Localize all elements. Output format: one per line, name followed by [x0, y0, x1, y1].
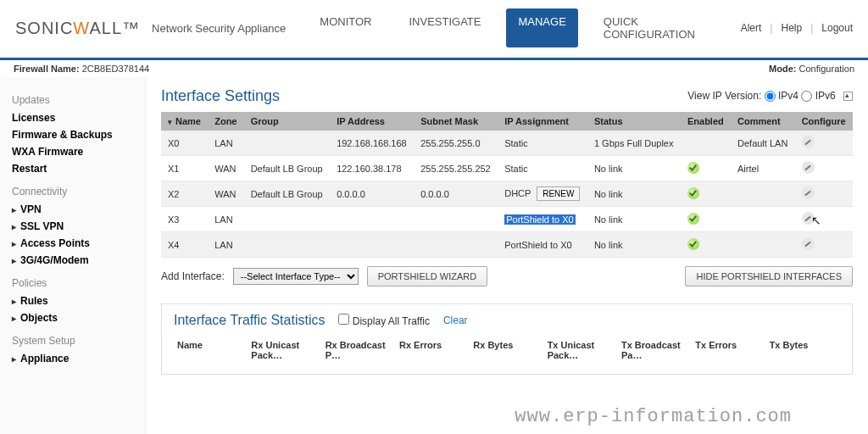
- cell-mask: 255.255.255.252: [414, 156, 498, 181]
- cell-ip: [330, 232, 414, 258]
- col-configure[interactable]: Configure: [795, 112, 853, 131]
- edit-icon[interactable]: [802, 237, 815, 250]
- ipver-ipv4[interactable]: IPv4: [765, 90, 798, 102]
- hide-portshield-button[interactable]: HIDE PORTSHIELD INTERFACES: [685, 266, 853, 287]
- cell-status: 1 Gbps Full Duplex: [587, 131, 681, 156]
- col-name[interactable]: Name: [161, 112, 208, 131]
- sidebar-item-3g-4g-modem[interactable]: 3G/4G/Modem: [12, 252, 145, 269]
- cell-configure[interactable]: [795, 131, 853, 156]
- check-icon: [687, 213, 699, 225]
- portshield-wizard-button[interactable]: PORTSHIELD WIZARD: [367, 266, 488, 287]
- cell-group: [244, 207, 330, 232]
- nav-tab-quick-configuration[interactable]: QUICK CONFIGURATION: [592, 8, 741, 47]
- sidebar: UpdatesLicensesFirmware & BackupsWXA Fir…: [0, 77, 146, 434]
- cell-enabled: [681, 181, 731, 207]
- display-all-checkbox[interactable]: [338, 314, 349, 325]
- sidebar-group-system-setup: System Setup: [12, 335, 145, 347]
- sidebar-item-firmware-backups[interactable]: Firmware & Backups: [12, 126, 145, 143]
- cell-name: X3: [161, 207, 208, 232]
- main-content: Interface Settings View IP Version: IPv4…: [146, 77, 868, 434]
- sidebar-item-objects[interactable]: Objects: [12, 309, 145, 326]
- renew-button[interactable]: RENEW: [537, 186, 580, 201]
- cell-configure[interactable]: [795, 181, 853, 207]
- add-interface-select[interactable]: --Select Interface Type--: [233, 268, 359, 285]
- stats-col-rx-broadcast-p-: Rx Broadcast P…: [322, 335, 396, 365]
- table-row: X3LANPortShield to X0No link↖: [161, 207, 853, 232]
- table-row: X0LAN192.168.168.168255.255.255.0Static1…: [161, 131, 853, 156]
- clear-link[interactable]: Clear: [443, 314, 468, 326]
- cell-name: X0: [161, 131, 208, 156]
- stats-title: Interface Traffic Statistics: [174, 313, 325, 328]
- nav-tab-investigate[interactable]: INVESTIGATE: [397, 8, 492, 47]
- ipv4-radio[interactable]: [765, 91, 776, 102]
- stats-col-tx-broadcast-pa-: Tx Broadcast Pa…: [618, 335, 692, 365]
- table-row: X1WANDefault LB Group122.160.38.178255.2…: [161, 156, 853, 181]
- cell-assign: PortShield to X0: [498, 207, 587, 232]
- cell-zone: WAN: [208, 181, 243, 207]
- cell-name: X2: [161, 181, 208, 207]
- fw-value: 2CB8ED378144: [82, 64, 150, 74]
- header-link-logout[interactable]: Logout: [821, 22, 853, 34]
- ipver-ipv6[interactable]: IPv6: [801, 90, 835, 102]
- cell-comment: Airtel: [731, 156, 795, 181]
- cell-mask: 255.255.255.0: [414, 131, 498, 156]
- col-enabled[interactable]: Enabled: [681, 112, 731, 131]
- col-ip-address[interactable]: IP Address: [330, 112, 414, 131]
- ipv6-radio[interactable]: [801, 91, 812, 102]
- cell-comment: [731, 181, 795, 207]
- cell-zone: LAN: [208, 207, 243, 232]
- nav-tab-monitor[interactable]: MONITOR: [308, 8, 383, 47]
- sidebar-item-ssl-vpn[interactable]: SSL VPN: [12, 218, 145, 235]
- cell-status: No link: [587, 181, 681, 207]
- col-zone[interactable]: Zone: [208, 112, 243, 131]
- col-comment[interactable]: Comment: [731, 112, 795, 131]
- edit-icon[interactable]: [802, 136, 815, 148]
- cell-enabled: [681, 156, 731, 181]
- sidebar-group-policies: Policies: [12, 277, 145, 289]
- cell-mask: 0.0.0.0: [414, 181, 498, 207]
- collapse-icon[interactable]: [843, 92, 853, 101]
- header-right-links: Alert|Help|Logout: [741, 22, 853, 34]
- app-subtitle: Network Security Appliance: [152, 22, 286, 35]
- table-row: X2WANDefault LB Group0.0.0.00.0.0.0DHCP …: [161, 181, 853, 207]
- cell-group: [244, 232, 330, 258]
- col-group[interactable]: Group: [244, 112, 330, 131]
- header-link-alert[interactable]: Alert: [741, 22, 762, 34]
- edit-icon[interactable]: [802, 212, 815, 225]
- sidebar-group-connectivity: Connectivity: [12, 186, 145, 198]
- cell-status: No link: [587, 207, 681, 232]
- cell-mask: [414, 207, 498, 232]
- header-link-help[interactable]: Help: [781, 22, 802, 34]
- cell-configure[interactable]: [795, 156, 853, 181]
- stats-col-tx-errors: Tx Errors: [692, 335, 765, 365]
- col-subnet-mask[interactable]: Subnet Mask: [414, 112, 498, 131]
- check-icon: [687, 162, 699, 174]
- mode-label: Mode:: [769, 64, 796, 74]
- col-status[interactable]: Status: [587, 112, 681, 131]
- sidebar-item-rules[interactable]: Rules: [12, 292, 145, 309]
- cell-group: Default LB Group: [244, 156, 330, 181]
- cell-enabled: [681, 207, 731, 232]
- top-nav: MONITORINVESTIGATEMANAGEQUICK CONFIGURAT…: [308, 8, 740, 47]
- edit-icon[interactable]: [802, 186, 815, 199]
- sidebar-item-restart[interactable]: Restart: [12, 160, 145, 177]
- cell-ip: 192.168.168.168: [330, 131, 414, 156]
- nav-tab-manage[interactable]: MANAGE: [506, 8, 577, 47]
- logo-text-post: ALL: [89, 19, 122, 37]
- cell-group: [244, 131, 330, 156]
- sidebar-item-vpn[interactable]: VPN: [12, 201, 145, 218]
- cell-configure[interactable]: ↖: [795, 207, 853, 232]
- cell-status: No link: [587, 232, 681, 258]
- sidebar-item-appliance[interactable]: Appliance: [12, 350, 145, 367]
- traffic-stats-panel: Interface Traffic Statistics Display All…: [161, 303, 853, 375]
- edit-icon[interactable]: [802, 161, 815, 174]
- display-all-traffic[interactable]: Display All Traffic: [338, 314, 430, 327]
- cell-configure[interactable]: [795, 232, 853, 258]
- table-row: X4LANPortShield to X0No link: [161, 232, 853, 258]
- sidebar-item-licenses[interactable]: Licenses: [12, 109, 145, 126]
- cell-comment: [731, 232, 795, 258]
- stats-col-rx-errors: Rx Errors: [396, 335, 470, 365]
- col-ip-assignment[interactable]: IP Assignment: [498, 112, 587, 131]
- sidebar-item-wxa-firmware[interactable]: WXA Firmware: [12, 143, 145, 160]
- sidebar-item-access-points[interactable]: Access Points: [12, 235, 145, 252]
